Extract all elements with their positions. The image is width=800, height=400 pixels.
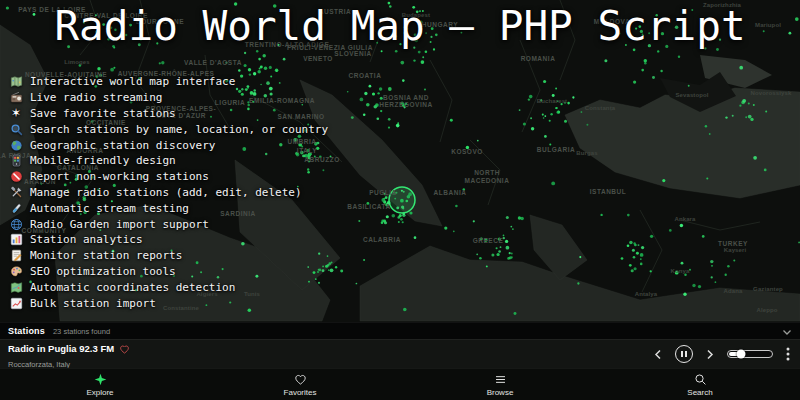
feature-label: Interactive world map interface: [30, 75, 235, 88]
feature-label: Report non-working stations: [30, 170, 209, 183]
explore-icon: [94, 373, 107, 386]
nav-item-browse[interactable]: Browse: [400, 369, 600, 400]
station-title: Radio in Puglia 92.3 FM: [8, 343, 114, 354]
nav-item-search[interactable]: Search: [600, 369, 800, 400]
selected-station-highlight: [389, 187, 415, 213]
feature-item: Geographic station discovery: [9, 137, 328, 153]
test-tube-icon: [9, 201, 23, 215]
feature-label: Radio Garden import support: [30, 218, 209, 231]
feature-item: Mobile-friendly design: [9, 153, 328, 169]
player-bar: Radio in Puglia 92.3 FM Roccaforzata, It…: [0, 339, 800, 368]
feature-label: Geographic station discovery: [30, 139, 215, 152]
bar-chart-icon: [9, 233, 23, 247]
feature-label: Search stations by name, location, or co…: [30, 123, 328, 136]
kebab-menu-icon[interactable]: [786, 347, 790, 361]
feature-item: Interactive world map interface: [9, 74, 328, 90]
stations-count: 23 stations found: [53, 327, 110, 336]
search-icon: [694, 373, 707, 386]
feature-label: Live radio streaming: [30, 91, 162, 104]
player-controls: [654, 345, 790, 363]
feature-item: Manage radio stations (add, edit, delete…: [9, 185, 328, 201]
feature-label: Automatic coordinates detection: [30, 281, 235, 294]
volume-thumb[interactable]: [737, 350, 746, 359]
previous-station-button[interactable]: [654, 349, 662, 360]
radio-icon: [9, 91, 23, 105]
feature-item: Report non-working stations: [9, 169, 328, 185]
next-station-button[interactable]: [706, 349, 714, 360]
nav-label: Search: [687, 388, 712, 397]
pause-button[interactable]: [675, 345, 693, 363]
memo-icon: [9, 249, 23, 263]
page-title: Radio World Map – PHP Script: [54, 2, 745, 50]
feature-item: Monitor station reports: [9, 248, 328, 264]
feature-item: SEO optimization tools: [9, 264, 328, 280]
feature-label: Monitor station reports: [30, 249, 182, 262]
stations-bar[interactable]: Stations 23 stations found: [0, 322, 800, 339]
feature-label: Automatic stream testing: [30, 202, 189, 215]
favorites-icon: [294, 373, 307, 386]
feature-item: Live radio streaming: [9, 90, 328, 106]
stations-bar-title: Stations: [8, 326, 45, 336]
feature-label: Manage radio stations (add, edit, delete…: [30, 186, 302, 199]
globe-grid-icon: [9, 217, 23, 231]
globe-europe-icon: [9, 138, 23, 152]
search-icon: [9, 122, 23, 136]
feature-item: Bulk station import: [9, 295, 328, 311]
feature-label: Station analytics: [30, 233, 143, 246]
palette-icon: [9, 264, 23, 278]
radio-world-map-app: PAYS DE LA LOIRECENTRE-VAL DE LOIREBOURG…: [0, 0, 800, 400]
mobile-icon: [9, 154, 23, 168]
nav-item-favorites[interactable]: Favorites: [200, 369, 400, 400]
feature-item: ✶Save favorite stations: [9, 106, 328, 122]
chevron-down-icon[interactable]: [782, 322, 792, 340]
feature-item: Station analytics: [9, 232, 328, 248]
chart-up-icon: [9, 296, 23, 310]
star-icon: ✶: [9, 106, 23, 120]
world-map-icon: [9, 75, 23, 89]
feature-label: SEO optimization tools: [30, 265, 176, 278]
volume-slider[interactable]: [727, 350, 773, 358]
now-playing: Radio in Puglia 92.3 FM Roccaforzata, It…: [8, 340, 130, 369]
browse-icon: [494, 373, 507, 386]
bottom-nav: ExploreFavoritesBrowseSearch: [0, 368, 800, 400]
heart-outline-icon[interactable]: [119, 340, 130, 358]
map-pin-icon: [9, 280, 23, 294]
nav-label: Explore: [86, 388, 113, 397]
feature-item: Automatic stream testing: [9, 200, 328, 216]
feature-item: Search stations by name, location, or co…: [9, 121, 328, 137]
no-entry-icon: [9, 170, 23, 184]
tools-icon: [9, 185, 23, 199]
nav-item-explore[interactable]: Explore: [0, 369, 200, 400]
pause-icon: [675, 345, 693, 363]
feature-label: Mobile-friendly design: [30, 154, 176, 167]
nav-label: Favorites: [284, 388, 317, 397]
feature-list: Interactive world map interfaceLive radi…: [9, 74, 328, 311]
feature-item: Automatic coordinates detection: [9, 279, 328, 295]
feature-item: Radio Garden import support: [9, 216, 328, 232]
nav-label: Browse: [487, 388, 514, 397]
feature-label: Save favorite stations: [30, 107, 176, 120]
feature-label: Bulk station import: [30, 297, 156, 310]
